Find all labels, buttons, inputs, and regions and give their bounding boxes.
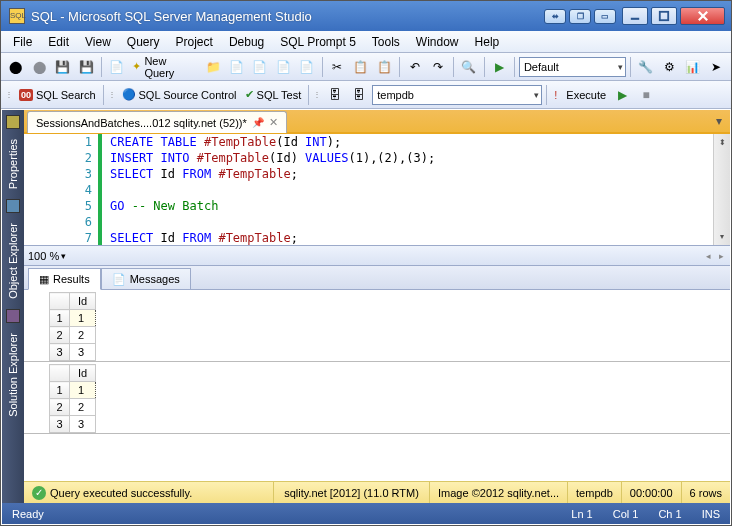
sql-source-label: SQL Source Control (139, 89, 237, 101)
status-db: tempdb (568, 482, 622, 503)
tool-icon-4[interactable]: ➤ (706, 56, 727, 78)
script3-icon[interactable]: 📄 (273, 56, 294, 78)
menu-debug[interactable]: Debug (221, 33, 272, 51)
stop-icon[interactable]: ■ (635, 84, 657, 106)
main-content: SessionsAndBatches....012 sqlity.net (52… (24, 110, 730, 503)
menu-query[interactable]: Query (119, 33, 168, 51)
status-rows: 6 rows (682, 482, 730, 503)
sql-search-button[interactable]: 00SQL Search (16, 84, 99, 106)
editor-scrollbar[interactable]: ⬍ ▾ (713, 134, 730, 245)
menu-view[interactable]: View (77, 33, 119, 51)
paste-icon[interactable]: 📋 (374, 56, 395, 78)
maximize-button[interactable] (651, 7, 677, 25)
execute-button[interactable]: ! Execute (551, 84, 609, 106)
properties-icon[interactable] (6, 115, 20, 129)
db-icon-2[interactable]: 🗄 (348, 84, 370, 106)
menubar: File Edit View Query Project Debug SQL P… (1, 31, 731, 53)
execute-label: Execute (566, 89, 606, 101)
results-tab[interactable]: ▦Results (28, 268, 101, 290)
undo-icon[interactable]: ↶ (404, 56, 425, 78)
results-tabstrip: ▦Results 📄Messages (24, 266, 730, 290)
zoom-bar: 100 %▾ ◂ ▸ (24, 246, 730, 266)
tab-overflow-icon[interactable]: ▾ (708, 110, 730, 132)
zoom-value[interactable]: 100 % (28, 250, 59, 262)
win-small-2[interactable]: ❐ (569, 9, 591, 24)
document-tab-strip: SessionsAndBatches....012 sqlity.net (52… (24, 110, 730, 134)
database-combo[interactable]: tempdb (372, 85, 542, 105)
titlebar: SQL SQL - Microsoft SQL Server Managemen… (1, 1, 731, 31)
script4-icon[interactable]: 📄 (296, 56, 317, 78)
tool-icon-2[interactable]: ⚙ (659, 56, 680, 78)
pin-icon[interactable]: 📌 (252, 117, 264, 128)
menu-file[interactable]: File (5, 33, 40, 51)
solution-config-combo[interactable]: Default (519, 57, 626, 77)
app-icon: SQL (9, 8, 25, 24)
menu-window[interactable]: Window (408, 33, 467, 51)
nav-back-icon[interactable]: ⬤ (5, 56, 26, 78)
debug-icon[interactable]: ▶ (611, 84, 633, 106)
toolbar-main: ⬤ ⬤ 💾 💾 📄 ✦New Query 📁 📄 📄 📄 📄 ✂ 📋 📋 ↶ ↷… (1, 53, 731, 81)
scroll-down-icon[interactable]: ▾ (714, 228, 730, 245)
solution-explorer-tab[interactable]: Solution Explorer (5, 329, 21, 421)
win-small-3[interactable]: ▭ (594, 9, 616, 24)
script2-icon[interactable]: 📄 (249, 56, 270, 78)
win-small-1[interactable]: ⬌ (544, 9, 566, 24)
grip-icon-3[interactable]: ⋮ (313, 90, 322, 99)
status-time: 00:00:00 (622, 482, 682, 503)
cut-icon[interactable]: ✂ (327, 56, 348, 78)
solution-explorer-icon[interactable] (6, 309, 20, 323)
tool-icon-1[interactable]: 🔧 (635, 56, 656, 78)
copy-icon[interactable]: 📋 (350, 56, 371, 78)
line-gutter: 1234567 (24, 134, 102, 245)
scroll-right-icon[interactable]: ▸ (719, 251, 730, 261)
tool-icon-3[interactable]: 📊 (682, 56, 703, 78)
minimize-button[interactable] (622, 7, 648, 25)
document-tab-label: SessionsAndBatches....012 sqlity.net (52… (36, 117, 247, 129)
save-icon[interactable]: 💾 (52, 56, 73, 78)
redo-icon[interactable]: ↷ (428, 56, 449, 78)
object-explorer-icon[interactable] (6, 199, 20, 213)
grip-icon[interactable]: ⋮ (5, 90, 14, 99)
code-area[interactable]: CREATE TABLE #TempTable(Id INT);INSERT I… (102, 134, 713, 245)
new-project-icon[interactable]: 📄 (106, 56, 127, 78)
save-all-icon[interactable]: 💾 (75, 56, 96, 78)
messages-tab[interactable]: 📄Messages (101, 268, 191, 290)
grip-icon-2[interactable]: ⋮ (108, 90, 117, 99)
new-query-button[interactable]: ✦New Query (129, 56, 200, 78)
toolbar-sql: ⋮ 00SQL Search ⋮ 🔵SQL Source Control ✔SQ… (1, 81, 731, 109)
status-ch: Ch 1 (648, 508, 691, 520)
menu-project[interactable]: Project (168, 33, 221, 51)
sql-source-button[interactable]: 🔵SQL Source Control (119, 84, 240, 106)
split-icon[interactable]: ⬍ (714, 134, 730, 151)
status-col: Col 1 (603, 508, 649, 520)
menu-help[interactable]: Help (467, 33, 508, 51)
close-button[interactable] (680, 7, 725, 25)
script1-icon[interactable]: 📄 (226, 56, 247, 78)
ide-status-bar: Ready Ln 1 Col 1 Ch 1 INS (2, 503, 730, 524)
svg-rect-1 (660, 12, 668, 20)
code-editor[interactable]: 1234567 CREATE TABLE #TempTable(Id INT);… (24, 134, 730, 246)
status-ins: INS (692, 508, 730, 520)
start-icon[interactable]: ▶ (488, 56, 509, 78)
results-panel: Id112233 Id112233 (24, 290, 730, 481)
scroll-left-icon[interactable]: ◂ (706, 251, 717, 261)
status-exec: Query executed successfully. (50, 487, 192, 499)
menu-tools[interactable]: Tools (364, 33, 408, 51)
close-tab-icon[interactable]: ✕ (269, 116, 278, 129)
object-explorer-tab[interactable]: Object Explorer (5, 219, 21, 303)
db-icon[interactable]: 🗄 (324, 84, 346, 106)
status-line: Ln 1 (561, 508, 602, 520)
status-server: sqlity.net [2012] (11.0 RTM) (274, 482, 430, 503)
sql-search-label: SQL Search (36, 89, 96, 101)
sql-test-button[interactable]: ✔SQL Test (242, 84, 305, 106)
open-file-icon[interactable]: 📁 (202, 56, 223, 78)
find-icon[interactable]: 🔍 (458, 56, 479, 78)
results-tab-label: Results (53, 273, 90, 285)
solution-config-value: Default (524, 61, 559, 73)
menu-sqlprompt[interactable]: SQL Prompt 5 (272, 33, 364, 51)
menu-edit[interactable]: Edit (40, 33, 77, 51)
status-ready: Ready (2, 508, 54, 520)
document-tab[interactable]: SessionsAndBatches....012 sqlity.net (52… (27, 111, 287, 133)
properties-tab[interactable]: Properties (5, 135, 21, 193)
nav-fwd-icon[interactable]: ⬤ (28, 56, 49, 78)
